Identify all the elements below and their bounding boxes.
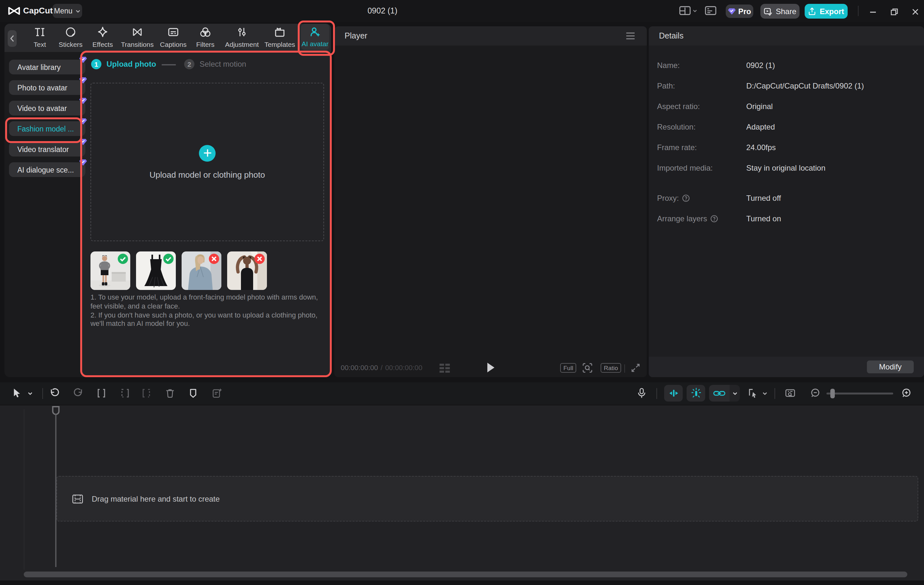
tab-text[interactable]: Text bbox=[23, 26, 56, 48]
minimize-button[interactable] bbox=[866, 5, 880, 18]
tab-label: Templates bbox=[264, 40, 295, 48]
sidebar-item-avatar-library[interactable]: Avatar library bbox=[9, 60, 85, 74]
status-good-badge bbox=[163, 253, 174, 264]
expand-icon bbox=[630, 363, 641, 373]
tab-templates[interactable]: Templates bbox=[261, 26, 299, 48]
redo-button[interactable] bbox=[73, 387, 84, 399]
doc-sparkle-icon bbox=[211, 387, 223, 399]
details-footer: Modify bbox=[649, 357, 924, 377]
chevron-down-icon bbox=[692, 8, 698, 13]
step-2-label: Select motion bbox=[200, 60, 246, 69]
pro-badge[interactable]: Pro bbox=[726, 5, 753, 18]
delete-button[interactable] bbox=[164, 387, 176, 399]
status-bad-badge bbox=[208, 253, 219, 264]
tab-effects[interactable]: Effects bbox=[86, 26, 119, 48]
details-panel: Details Name: 0902 (1) Path: D:/CapCut/C… bbox=[649, 26, 924, 377]
timeline-zoom-out-button[interactable] bbox=[810, 387, 821, 399]
text-icon bbox=[33, 26, 46, 38]
zoom-fit-button[interactable] bbox=[581, 362, 594, 374]
toolbar-divider bbox=[774, 388, 775, 399]
chevron-left-icon bbox=[10, 35, 15, 42]
close-button[interactable] bbox=[909, 5, 922, 18]
layout-switch-button[interactable] bbox=[679, 5, 698, 16]
ai-cover-button[interactable] bbox=[211, 387, 223, 399]
tab-filters[interactable]: Filters bbox=[189, 26, 222, 48]
timeline-zoom-slider[interactable] bbox=[827, 392, 893, 394]
step-1-circle: 1 bbox=[91, 59, 101, 69]
panel-icon bbox=[705, 5, 717, 16]
restore-button[interactable] bbox=[888, 5, 901, 18]
sidebar-item-fashion-model[interactable]: Fashion model ... bbox=[9, 121, 85, 136]
example-thumb-clothing bbox=[136, 251, 176, 290]
delete-right-button[interactable] bbox=[140, 387, 152, 399]
split-button[interactable] bbox=[96, 387, 107, 399]
link-toggle[interactable] bbox=[709, 385, 729, 402]
layout-icon bbox=[679, 5, 691, 16]
pro-gem-icon bbox=[728, 7, 736, 15]
frames-view-button[interactable] bbox=[438, 363, 451, 373]
help-icon[interactable] bbox=[682, 194, 690, 202]
preview-quality-icon bbox=[784, 387, 796, 399]
select-tool-button[interactable] bbox=[11, 387, 22, 399]
detail-label-name: Name: bbox=[657, 61, 680, 70]
detail-label-frame-rate: Frame rate: bbox=[657, 143, 697, 152]
timeline-zoom-in-button[interactable] bbox=[901, 387, 912, 399]
full-preview-button[interactable]: Full bbox=[560, 363, 576, 373]
share-button[interactable]: Share bbox=[761, 4, 800, 18]
player-menu-button[interactable] bbox=[625, 32, 635, 40]
sidebar-item-video-translator[interactable]: Video translator bbox=[9, 142, 85, 157]
upload-tips: 1. To use your model, upload a front-fac… bbox=[91, 293, 329, 328]
main-track-magnet-toggle[interactable] bbox=[686, 385, 705, 402]
menu-button[interactable]: Menu bbox=[53, 4, 82, 18]
tab-label: Stickers bbox=[59, 40, 83, 48]
frames-grid-icon bbox=[438, 363, 451, 373]
tab-captions[interactable]: Captions bbox=[157, 26, 190, 48]
select-mode-button[interactable] bbox=[747, 387, 759, 399]
collapse-panel-button[interactable] bbox=[8, 30, 16, 47]
help-icon[interactable] bbox=[710, 215, 718, 222]
ratio-button[interactable]: Ratio bbox=[601, 363, 621, 373]
captions-icon bbox=[167, 26, 180, 38]
preview-quality-button[interactable] bbox=[784, 387, 796, 399]
zoom-out-icon bbox=[810, 387, 821, 399]
zoom-in-icon bbox=[901, 387, 912, 399]
timeline-dropzone[interactable]: Drag material here and start to create bbox=[56, 476, 918, 521]
tab-label: Filters bbox=[196, 40, 214, 48]
ai-avatar-icon bbox=[309, 26, 321, 38]
step-separator bbox=[162, 64, 176, 65]
upload-plus-button[interactable] bbox=[199, 145, 216, 161]
tab-ai-avatar[interactable]: AI avatar bbox=[301, 24, 329, 50]
delete-left-button[interactable] bbox=[119, 387, 131, 399]
detail-value-aspect-ratio: Original bbox=[746, 102, 773, 111]
pro-gem-badge-icon bbox=[79, 138, 87, 146]
track-gutter-divider bbox=[24, 409, 25, 570]
select-tool-dropdown[interactable] bbox=[27, 391, 33, 396]
timeline-zoom-slider-handle[interactable] bbox=[830, 389, 835, 398]
tab-stickers[interactable]: Stickers bbox=[54, 26, 87, 48]
panel-settings-button[interactable] bbox=[705, 5, 717, 16]
record-voiceover-button[interactable] bbox=[636, 387, 647, 399]
link-toggle-dropdown[interactable] bbox=[729, 385, 740, 402]
sidebar-item-video-to-avatar[interactable]: Video to avatar bbox=[9, 101, 85, 115]
tab-adjustment[interactable]: Adjustment bbox=[223, 26, 261, 48]
playhead[interactable] bbox=[52, 406, 60, 416]
undo-button[interactable] bbox=[49, 387, 60, 399]
fullscreen-button[interactable] bbox=[630, 363, 641, 373]
auto-snap-toggle[interactable] bbox=[664, 385, 683, 402]
example-thumb-cropped bbox=[182, 251, 221, 290]
timeline-toolbar bbox=[0, 382, 924, 405]
tab-label: Text bbox=[34, 40, 46, 48]
sidebar-item-photo-to-avatar[interactable]: Photo to avatar bbox=[9, 80, 85, 95]
sidebar-item-ai-dialogue-scene[interactable]: AI dialogue sce... bbox=[9, 162, 85, 177]
play-button[interactable] bbox=[486, 362, 495, 373]
tab-transitions[interactable]: Transitions bbox=[118, 26, 157, 48]
export-button[interactable]: Export bbox=[805, 4, 848, 18]
film-strip-icon bbox=[72, 494, 83, 504]
modify-button[interactable]: Modify bbox=[867, 361, 914, 373]
upload-dropzone[interactable]: Upload model or clothing photo bbox=[91, 83, 324, 241]
drag-hint-text: Drag material here and start to create bbox=[92, 494, 220, 503]
timeline-scrollbar[interactable] bbox=[24, 572, 908, 577]
trash-icon bbox=[164, 387, 176, 399]
marker-button[interactable] bbox=[187, 387, 199, 399]
select-mode-dropdown[interactable] bbox=[762, 391, 768, 396]
